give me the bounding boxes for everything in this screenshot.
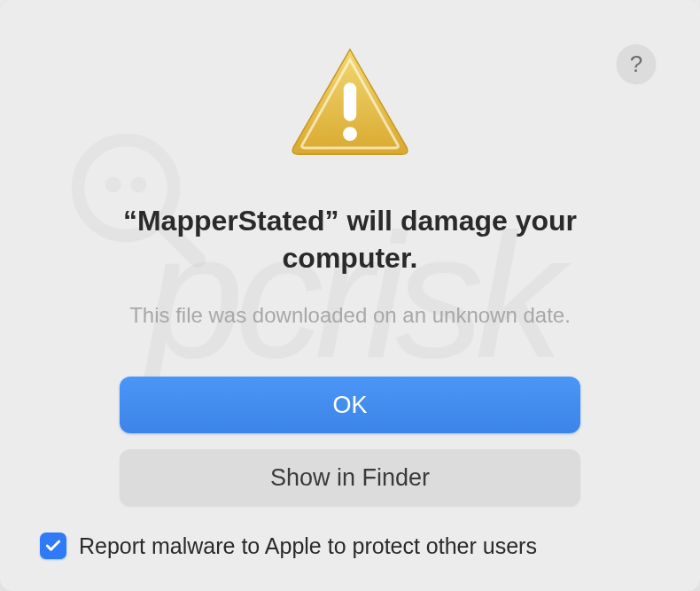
warning-icon [284,44,416,163]
ok-button[interactable]: OK [120,377,580,433]
dialog-content: “MapperStated” will damage your computer… [40,35,660,556]
dialog-title: “MapperStated” will damage your computer… [84,203,616,276]
dialog-subtitle: This file was downloaded on an unknown d… [129,303,571,328]
show-in-finder-button[interactable]: Show in Finder [120,449,580,506]
alert-dialog: pcrisk ? “Ma [0,0,700,591]
svg-point-5 [343,127,357,141]
svg-rect-4 [344,82,356,121]
